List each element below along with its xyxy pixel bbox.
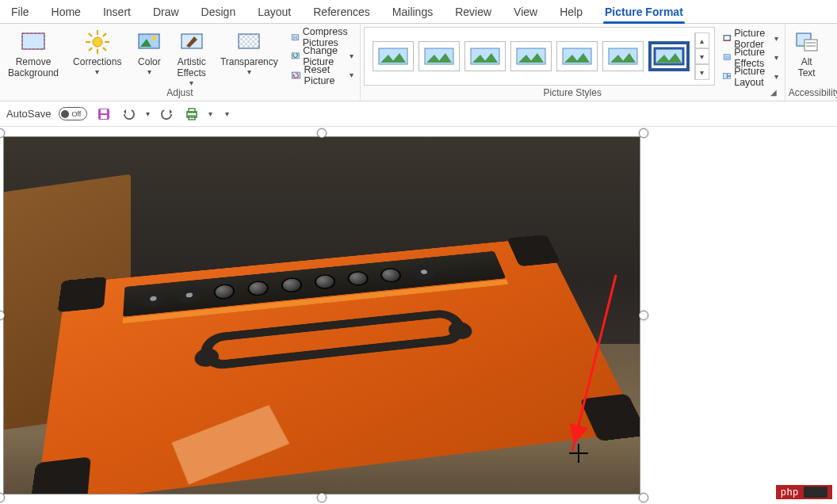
tab-help[interactable]: Help (548, 2, 594, 23)
svg-line-10 (89, 48, 92, 51)
style-thumb-4[interactable] (510, 41, 552, 71)
alt-text-label: Alt Text (798, 57, 816, 79)
artistic-effects-button[interactable]: Artistic Effects ▾ (172, 25, 210, 87)
compress-pictures-button[interactable]: Compress Pictures (288, 28, 357, 47)
chevron-down-icon: ▾ (147, 68, 151, 76)
selected-picture[interactable] (0, 133, 644, 498)
brush-icon (178, 29, 205, 55)
chevron-down-icon[interactable]: ▾ (695, 48, 709, 64)
svg-rect-57 (101, 115, 107, 119)
alt-text-button[interactable]: Alt Text (789, 25, 825, 79)
style-thumb-6[interactable] (602, 41, 644, 71)
autosave-state: Off (71, 110, 81, 118)
style-thumb-3[interactable] (464, 41, 506, 71)
tab-references[interactable]: References (302, 2, 381, 23)
undo-button[interactable] (120, 105, 138, 123)
picture-border-button[interactable]: Picture Border ▾ (720, 29, 782, 48)
qat-more[interactable]: ▾ (225, 110, 229, 118)
picture-styles-gallery[interactable]: ▴ ▾ ▾ (364, 27, 715, 86)
picture-layout-button[interactable]: Picture Layout ▾ (720, 67, 782, 86)
gallery-scroll[interactable]: ▴ ▾ ▾ (694, 32, 709, 80)
chevron-down-icon: ▾ (774, 35, 778, 43)
chevron-down-icon: ▾ (350, 52, 354, 60)
redo-button[interactable] (158, 105, 175, 123)
resize-handle-br[interactable] (639, 493, 648, 502)
tab-view[interactable]: View (503, 2, 548, 23)
svg-line-7 (89, 33, 92, 36)
picture-color-icon (136, 29, 162, 55)
group-label-picture-styles: Picture Styles (364, 87, 782, 100)
svg-rect-45 (724, 40, 730, 41)
chevron-down-icon: ▾ (189, 79, 193, 87)
autosave-label: AutoSave (6, 108, 51, 120)
ribbon: Remove Background Corrections ▾ Color ▾ (0, 24, 837, 101)
autosave-toggle[interactable]: Off (59, 107, 87, 120)
transparency-button[interactable]: Transparency ▾ (216, 25, 283, 76)
gallery-expand-icon[interactable]: ▾ (695, 64, 709, 80)
svg-rect-15 (239, 34, 259, 48)
resize-handle-tm[interactable] (317, 128, 327, 138)
svg-rect-18 (292, 34, 298, 40)
reset-icon (291, 68, 301, 82)
color-button[interactable]: Color ▾ (131, 25, 167, 76)
remove-background-button[interactable]: Remove Background (3, 25, 63, 79)
style-thumb-5[interactable] (556, 41, 598, 71)
svg-rect-48 (723, 74, 727, 78)
tab-draw[interactable]: Draw (142, 2, 190, 23)
compress-icon (291, 30, 300, 44)
corrections-button[interactable]: Corrections ▾ (68, 25, 126, 76)
tab-file[interactable]: File (0, 2, 40, 23)
sun-icon (84, 29, 111, 55)
save-button[interactable] (95, 105, 113, 123)
picture-effects-button[interactable]: Picture Effects ▾ (720, 48, 782, 67)
color-label: Color (138, 57, 161, 68)
svg-rect-44 (724, 36, 730, 40)
svg-point-13 (151, 36, 156, 40)
picture-content (3, 136, 640, 494)
svg-rect-50 (728, 76, 731, 78)
border-icon (723, 32, 731, 46)
dialog-launcher-icon[interactable]: ◢ (770, 88, 782, 99)
svg-rect-47 (724, 55, 731, 60)
transparency-icon (235, 29, 262, 55)
watermark-badge: php (776, 485, 832, 499)
corrections-label: Corrections (73, 57, 121, 68)
style-thumb-7[interactable] (648, 41, 690, 71)
reset-picture-button[interactable]: Reset Picture ▾ (288, 66, 357, 85)
change-picture-button[interactable]: Change Picture ▾ (288, 47, 357, 66)
tab-layout[interactable]: Layout (247, 2, 302, 23)
svg-line-8 (103, 48, 106, 51)
style-thumb-1[interactable] (373, 41, 414, 71)
svg-rect-0 (22, 33, 44, 49)
quick-print-button[interactable] (183, 105, 201, 123)
chevron-down-icon: ▾ (95, 68, 99, 76)
group-label-adjust: Adjust (3, 87, 357, 100)
effects-icon (723, 51, 731, 65)
tab-picture-format[interactable]: Picture Format (594, 2, 694, 23)
tab-home[interactable]: Home (40, 2, 92, 23)
svg-rect-56 (101, 109, 107, 113)
undo-dropdown[interactable]: ▾ (146, 110, 150, 118)
svg-line-9 (103, 33, 106, 36)
resize-handle-mr[interactable] (639, 311, 648, 320)
remove-background-label: Remove Background (8, 57, 59, 79)
quick-access-toolbar: AutoSave Off ▾ ▾ ▾ (0, 101, 837, 127)
chevron-down-icon: ▾ (774, 54, 778, 62)
svg-marker-59 (170, 109, 172, 114)
alt-text-icon (793, 29, 820, 55)
tab-mailings[interactable]: Mailings (381, 2, 444, 23)
group-label-accessibility: Accessibility (789, 87, 837, 100)
tab-review[interactable]: Review (444, 2, 503, 23)
resize-handle-tr[interactable] (639, 128, 648, 138)
style-thumb-2[interactable] (418, 41, 460, 71)
qat-customize[interactable]: ▾ (208, 110, 212, 118)
chevron-up-icon[interactable]: ▴ (695, 32, 709, 48)
resize-handle-bm[interactable] (317, 493, 327, 502)
tab-insert[interactable]: Insert (92, 2, 142, 23)
chevron-down-icon: ▾ (774, 73, 778, 81)
chevron-down-icon: ▾ (350, 71, 354, 79)
chevron-down-icon: ▾ (247, 68, 251, 76)
picture-layout-icon (723, 70, 731, 84)
tab-design[interactable]: Design (190, 2, 247, 23)
document-canvas[interactable]: php (0, 127, 837, 504)
